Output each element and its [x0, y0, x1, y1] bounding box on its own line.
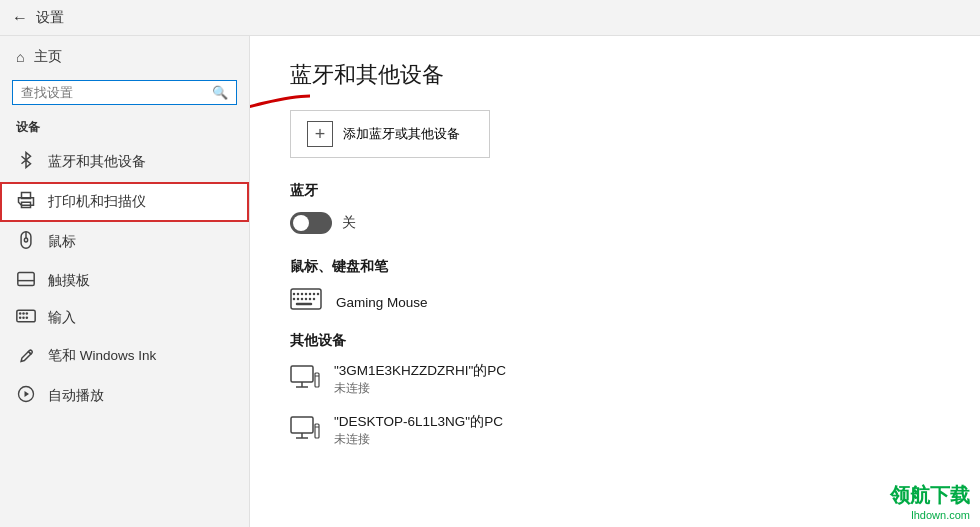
pen-icon [16, 345, 36, 367]
add-device-label: 添加蓝牙或其他设备 [343, 125, 460, 143]
home-icon: ⌂ [16, 49, 24, 65]
sidebar: ⌂ 主页 🔍 设备 蓝牙和其他设备 [0, 36, 250, 527]
add-device-button[interactable]: + 添加蓝牙或其他设备 [290, 110, 490, 158]
mouse-keyboard-section-heading: 鼠标、键盘和笔 [290, 258, 940, 276]
svg-marker-15 [25, 391, 30, 397]
sidebar-item-home[interactable]: ⌂ 主页 [0, 40, 249, 74]
sidebar-item-label-autoplay: 自动播放 [48, 387, 104, 405]
svg-rect-39 [315, 424, 319, 438]
device1-name: "3GM1E3KHZZDZRHI"的PC [334, 362, 506, 380]
gaming-mouse-info: Gaming Mouse [336, 295, 428, 310]
printer-icon [16, 191, 36, 213]
device2-name: "DESKTOP-6L1L3NG"的PC [334, 413, 503, 431]
device1-info: "3GM1E3KHZZDZRHI"的PC 未连接 [334, 362, 506, 397]
svg-rect-31 [291, 366, 313, 382]
device1-status: 未连接 [334, 380, 506, 397]
sidebar-item-label-mouse: 鼠标 [48, 233, 76, 251]
back-button[interactable]: ← [12, 9, 28, 27]
svg-rect-5 [18, 272, 34, 285]
bluetooth-toggle[interactable] [290, 212, 332, 234]
bluetooth-icon [16, 151, 36, 173]
svg-rect-7 [17, 310, 35, 322]
search-icon: 🔍 [212, 85, 228, 100]
touchpad-icon [16, 271, 36, 291]
sidebar-item-label-printer: 打印机和扫描仪 [48, 193, 146, 211]
mouse-icon [16, 231, 36, 253]
sidebar-item-bluetooth[interactable]: 蓝牙和其他设备 [0, 142, 249, 182]
other-devices-section-heading: 其他设备 [290, 332, 940, 350]
device2-status: 未连接 [334, 431, 503, 448]
sidebar-item-printer[interactable]: 打印机和扫描仪 [0, 182, 249, 222]
sidebar-item-mouse[interactable]: 鼠标 [0, 222, 249, 262]
plus-icon: + [307, 121, 333, 147]
bluetooth-toggle-label: 关 [342, 214, 356, 232]
device2-info: "DESKTOP-6L1L3NG"的PC 未连接 [334, 413, 503, 448]
sidebar-section-title: 设备 [0, 115, 249, 140]
sidebar-item-label-pen: 笔和 Windows Ink [48, 347, 156, 365]
page-title: 蓝牙和其他设备 [290, 60, 940, 90]
keyboard-icon [290, 288, 322, 316]
search-input[interactable] [21, 85, 206, 100]
sidebar-item-label-input: 输入 [48, 309, 76, 327]
sidebar-item-label-bluetooth: 蓝牙和其他设备 [48, 153, 146, 171]
search-box[interactable]: 🔍 [12, 80, 237, 105]
sidebar-item-autoplay[interactable]: 自动播放 [0, 376, 249, 416]
sidebar-home-label: 主页 [34, 48, 62, 66]
gaming-mouse-item: Gaming Mouse [290, 288, 940, 316]
watermark: 领航下载 lhdown.com [890, 482, 970, 521]
autoplay-icon [16, 385, 36, 407]
svg-rect-36 [291, 417, 313, 433]
input-icon [16, 309, 36, 327]
sidebar-item-input[interactable]: 输入 [0, 300, 249, 336]
svg-point-4 [24, 238, 27, 242]
bluetooth-toggle-row: 关 [290, 212, 940, 234]
sidebar-item-label-touchpad: 触摸板 [48, 272, 90, 290]
title-bar-title: 设置 [36, 9, 64, 27]
sidebar-item-touchpad[interactable]: 触摸板 [0, 262, 249, 300]
device2-icon [290, 416, 320, 446]
bluetooth-section-heading: 蓝牙 [290, 182, 940, 200]
device2-item: "DESKTOP-6L1L3NG"的PC 未连接 [290, 413, 940, 448]
device1-icon [290, 365, 320, 395]
content-area: 蓝牙和其他设备 + 添加蓝牙或其他设备 蓝牙 关 鼠标、键盘和笔 [250, 36, 980, 527]
svg-rect-34 [315, 373, 319, 387]
sidebar-item-pen[interactable]: 笔和 Windows Ink [0, 336, 249, 376]
gaming-mouse-name: Gaming Mouse [336, 295, 428, 310]
device1-item: "3GM1E3KHZZDZRHI"的PC 未连接 [290, 362, 940, 397]
